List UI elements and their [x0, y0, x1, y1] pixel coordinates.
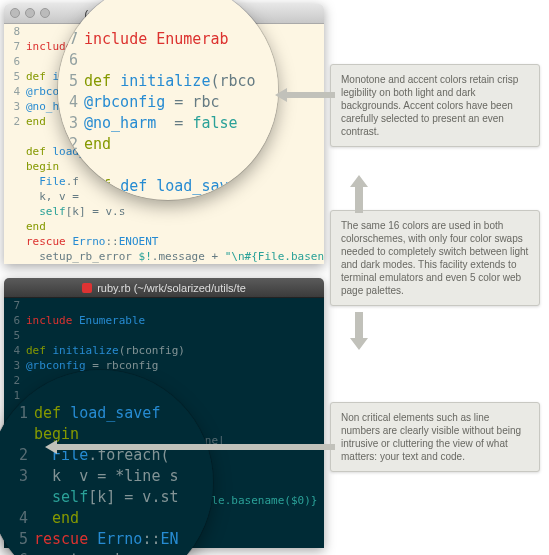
ruby-file-icon — [82, 283, 92, 293]
svg-marker-3 — [45, 440, 335, 454]
arrow-up-icon — [350, 175, 368, 213]
line-number: 4 — [58, 92, 78, 113]
zoom-icon[interactable] — [40, 8, 50, 18]
light-gutter: 8765432 — [4, 24, 24, 264]
dark-title-text: ruby.rb (~/wrk/solarized/utils/te — [97, 282, 246, 294]
line-number: 5 — [58, 71, 78, 92]
callout-text: Non critical elements such as line numbe… — [341, 412, 521, 462]
minimize-icon[interactable] — [25, 8, 35, 18]
traffic-lights[interactable] — [10, 8, 50, 18]
svg-marker-1 — [350, 175, 368, 213]
callout-line-numbers: Non critical elements such as line numbe… — [330, 402, 540, 472]
svg-marker-2 — [350, 312, 368, 350]
arrow-down-icon — [350, 312, 368, 350]
callout-text: Monotone and accent colors retain crisp … — [341, 74, 518, 137]
callout-text: The same 16 colors are used in both colo… — [341, 220, 528, 296]
arrow-icon — [275, 88, 335, 102]
callout-accent-colors: Monotone and accent colors retain crisp … — [330, 64, 540, 147]
dark-titlebar: ruby.rb (~/wrk/solarized/utils/te — [4, 278, 324, 298]
callout-sixteen-colors: The same 16 colors are used in both colo… — [330, 210, 540, 306]
svg-marker-0 — [275, 88, 335, 102]
close-icon[interactable] — [10, 8, 20, 18]
code-text: include Enumerab — [84, 30, 229, 48]
arrow-left-icon — [45, 440, 335, 454]
